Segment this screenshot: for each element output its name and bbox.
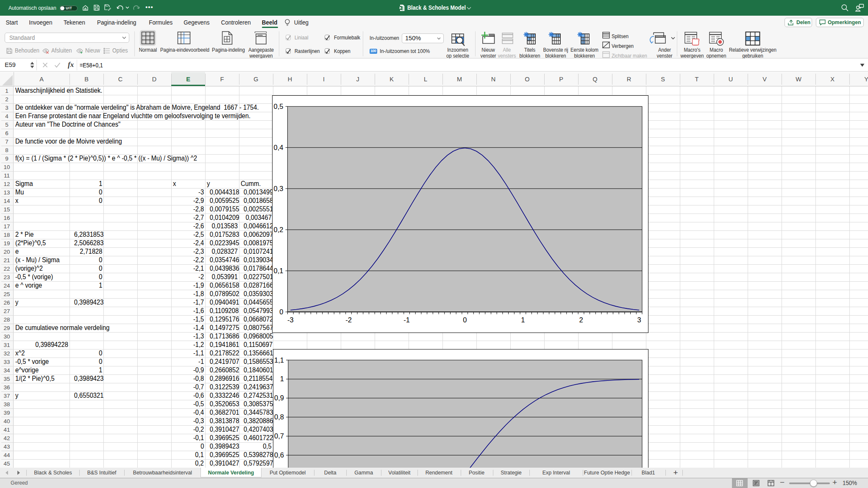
svg-text:0,4: 0,4 bbox=[273, 143, 283, 151]
svg-text:0: 0 bbox=[463, 316, 467, 324]
svg-text:1,1: 1,1 bbox=[274, 356, 284, 363]
svg-text:0,9: 0,9 bbox=[274, 394, 284, 402]
svg-text:1: 1 bbox=[521, 316, 525, 324]
svg-text:0,3: 0,3 bbox=[273, 184, 283, 192]
svg-text:-3: -3 bbox=[287, 316, 294, 324]
svg-text:0,6: 0,6 bbox=[274, 451, 284, 459]
svg-text:0,2: 0,2 bbox=[273, 225, 283, 233]
svg-text:0,7: 0,7 bbox=[274, 432, 284, 440]
svg-text:0: 0 bbox=[279, 308, 283, 315]
svg-text:-1: -1 bbox=[403, 316, 410, 324]
svg-text:0,1: 0,1 bbox=[273, 266, 283, 274]
svg-text:1: 1 bbox=[280, 375, 284, 383]
svg-text:0,8: 0,8 bbox=[274, 413, 284, 421]
svg-text:0,5: 0,5 bbox=[273, 102, 283, 110]
svg-text:3: 3 bbox=[637, 316, 641, 324]
svg-text:2: 2 bbox=[579, 316, 583, 324]
svg-text:-2: -2 bbox=[345, 316, 352, 324]
